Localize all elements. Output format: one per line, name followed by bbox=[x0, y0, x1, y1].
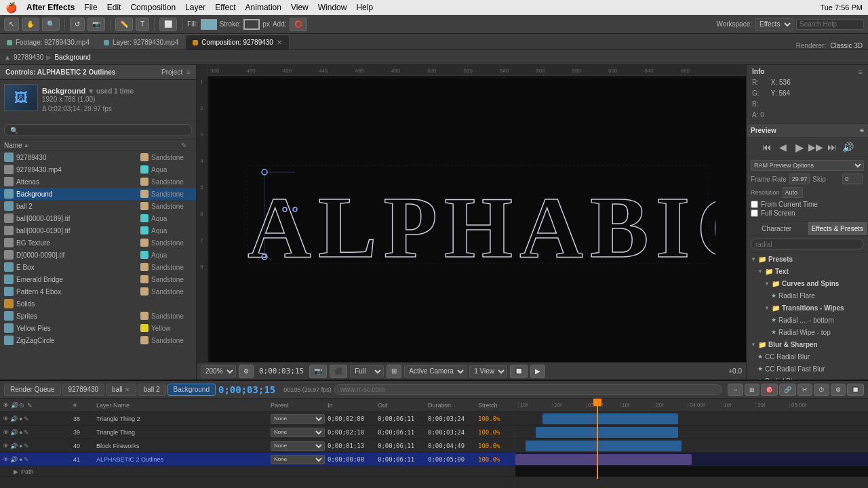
project-item-attenas[interactable]: AttenasSandstone bbox=[0, 176, 196, 188]
menu-window[interactable]: Window bbox=[318, 3, 347, 12]
tree-item-text[interactable]: ▼📁Text bbox=[747, 265, 868, 277]
project-label[interactable]: Project bbox=[161, 68, 182, 76]
project-search[interactable] bbox=[4, 124, 192, 136]
timeline-tool-6[interactable]: ⏱ bbox=[814, 384, 829, 396]
layer-icon[interactable]: ✎ bbox=[24, 415, 29, 422]
viewport-settings[interactable]: ⚙ bbox=[239, 365, 254, 378]
effects-search-input[interactable] bbox=[751, 239, 864, 249]
workspace-select[interactable]: Effects bbox=[755, 18, 793, 30]
full-screen-checkbox[interactable] bbox=[751, 209, 758, 217]
project-item-ebox[interactable]: E BoxSandstone bbox=[0, 261, 196, 273]
info-menu[interactable]: ≡ bbox=[859, 68, 863, 76]
effects-tree[interactable]: ▼📁Presets▼📁Text▼📁Curves and Spins★Radial… bbox=[747, 253, 868, 380]
grid-btn[interactable]: ⊞ bbox=[387, 365, 401, 378]
layer-icon[interactable]: ● bbox=[19, 443, 22, 449]
camera-tool[interactable]: 📷 bbox=[87, 18, 105, 31]
layer-icon[interactable]: 👁 bbox=[3, 443, 9, 449]
from-current-checkbox[interactable] bbox=[751, 201, 758, 208]
timeline-tool-8[interactable]: 🔲 bbox=[847, 384, 864, 396]
layer-icon[interactable]: ● bbox=[19, 456, 22, 463]
project-list[interactable]: 92789430Sandstone92789430.mp4AquaAttenas… bbox=[0, 151, 196, 380]
apple-menu[interactable]: 🍎 bbox=[5, 2, 17, 13]
layer-row-39[interactable]: 👁🔊●✎39Triangle ThingNone0;00;02;180;00;0… bbox=[0, 426, 515, 439]
edit-icon[interactable]: ✎ bbox=[181, 142, 186, 149]
layer-search[interactable] bbox=[334, 384, 722, 395]
add-shape[interactable]: ⭕ bbox=[290, 18, 307, 31]
project-item-pattern4[interactable]: Pattern 4 EboxSandstone bbox=[0, 285, 196, 298]
rewind-btn[interactable]: ⏮ bbox=[760, 140, 774, 154]
layer-parent-select[interactable]: None bbox=[271, 414, 325, 424]
tab-character[interactable]: Character bbox=[747, 222, 808, 235]
timeline-tool-3[interactable]: 🎯 bbox=[761, 384, 778, 396]
hand-tool[interactable]: ✋ bbox=[22, 18, 39, 31]
menu-help[interactable]: Help bbox=[356, 3, 373, 12]
project-item-ball0189[interactable]: ball[0000-0189].tifAqua bbox=[0, 212, 196, 224]
help-search[interactable] bbox=[796, 19, 864, 30]
play-btn[interactable]: ▶ bbox=[793, 140, 806, 154]
layer-icon[interactable]: ✎ bbox=[24, 456, 29, 463]
tab-composition[interactable]: Composition: 92789430 ✕ bbox=[186, 35, 290, 49]
next-frame-btn[interactable]: ▶▶ bbox=[809, 140, 823, 154]
project-item-92789430[interactable]: 92789430Sandstone bbox=[0, 151, 196, 163]
project-item-zigzag[interactable]: ZigZagCircleSandstone bbox=[0, 334, 196, 346]
project-item-d0090[interactable]: D[0000-0090].tifAqua bbox=[0, 249, 196, 261]
views-select[interactable]: 1 View bbox=[469, 365, 507, 378]
tab-effects-presets[interactable]: Effects & Presets bbox=[808, 222, 869, 235]
layer-parent-select[interactable]: None bbox=[271, 455, 325, 464]
fill-color[interactable] bbox=[201, 19, 217, 30]
tab-ball-close[interactable]: ✕ bbox=[125, 386, 130, 393]
composition-canvas[interactable]: Active Camera .alpha-char { font-family:… bbox=[210, 79, 746, 362]
close-icon[interactable]: ✕ bbox=[277, 39, 282, 46]
tab-92789430[interactable]: 92789430 bbox=[62, 384, 105, 396]
audio-btn[interactable]: 🔊 bbox=[842, 140, 855, 154]
breadcrumb-current[interactable]: Background bbox=[54, 54, 90, 61]
tab-ball2[interactable]: ball 2 bbox=[138, 384, 166, 396]
tree-item-radial-flare[interactable]: ★Radial Flare bbox=[747, 289, 868, 302]
project-item-sprites[interactable]: SpritesSandstone bbox=[0, 310, 196, 322]
project-item-ball0190[interactable]: ball[0000-0190].tifAqua bbox=[0, 224, 196, 237]
snapshot-btn[interactable]: 📷 bbox=[309, 365, 327, 378]
tree-item-presets[interactable]: ▼📁Presets bbox=[747, 253, 868, 265]
camera-select[interactable]: Active Camera bbox=[404, 365, 467, 378]
preview-menu[interactable]: ≡ bbox=[860, 127, 864, 134]
show-channel-btn[interactable]: ⬛ bbox=[330, 365, 347, 378]
timeline-tool-4[interactable]: 🔗 bbox=[779, 384, 796, 396]
shape-tool[interactable]: ⬜ bbox=[159, 18, 177, 31]
tree-item-radial-blur[interactable]: ★Radial Blur bbox=[747, 375, 868, 380]
render-btn[interactable]: ▶ bbox=[530, 365, 545, 378]
resolution-value[interactable]: Auto bbox=[783, 187, 803, 198]
timeline-tool-7[interactable]: ⚙ bbox=[831, 384, 846, 396]
layer-icon[interactable]: ✎ bbox=[24, 429, 29, 436]
panel-menu-icon[interactable]: ≡ bbox=[186, 68, 191, 76]
stroke-color[interactable] bbox=[243, 19, 260, 30]
layer-icon[interactable]: 👁 bbox=[3, 456, 9, 463]
ram-preview-select[interactable]: RAM Preview Options bbox=[751, 160, 864, 171]
layer-icon[interactable]: ● bbox=[19, 415, 22, 422]
project-item-solids[interactable]: Solids bbox=[0, 298, 196, 310]
breadcrumb-home[interactable]: ▲ bbox=[4, 54, 11, 61]
menu-composition[interactable]: Composition bbox=[130, 3, 176, 12]
project-item-yellowpies[interactable]: Yellow PiesYellow bbox=[0, 322, 196, 334]
layer-icon[interactable]: 🔊 bbox=[10, 429, 18, 436]
tree-item-curves-and-spins[interactable]: ▼📁Curves and Spins bbox=[747, 277, 868, 289]
zoom-select[interactable]: 200% bbox=[201, 365, 236, 378]
layer-parent-select[interactable]: None bbox=[271, 428, 325, 437]
timeline-tool-1[interactable]: ↔ bbox=[728, 384, 743, 396]
tree-item-transitions---wipes[interactable]: ▼📁Transitions - Wipes bbox=[747, 302, 868, 314]
tab-background[interactable]: Background bbox=[167, 384, 216, 396]
tree-item-cc-radial-fast-blur[interactable]: ★CC Radial Fast Blur bbox=[747, 363, 868, 375]
forward-btn[interactable]: ⏭ bbox=[825, 140, 839, 154]
layer-icon[interactable]: ✎ bbox=[24, 443, 29, 449]
layer-icon[interactable]: 👁 bbox=[3, 429, 9, 436]
menu-view[interactable]: View bbox=[291, 3, 309, 12]
timeline-tool-5[interactable]: ✂ bbox=[797, 384, 812, 396]
breadcrumb-comp[interactable]: 92789430 bbox=[14, 54, 44, 61]
layer-icon[interactable]: 👁 bbox=[3, 415, 9, 422]
text-tool[interactable]: T bbox=[136, 18, 149, 31]
pen-tool[interactable]: ✏️ bbox=[115, 18, 133, 31]
project-item-bgtexture[interactable]: BG TextureSandstone bbox=[0, 237, 196, 249]
zoom-tool[interactable]: 🔍 bbox=[42, 18, 60, 31]
menu-layer[interactable]: Layer bbox=[185, 3, 205, 12]
tree-item-blur-&-sharpen[interactable]: ▼📁Blur & Sharpen bbox=[747, 338, 868, 350]
tab-footage[interactable]: Footage: 92789430.mp4 bbox=[0, 35, 97, 49]
